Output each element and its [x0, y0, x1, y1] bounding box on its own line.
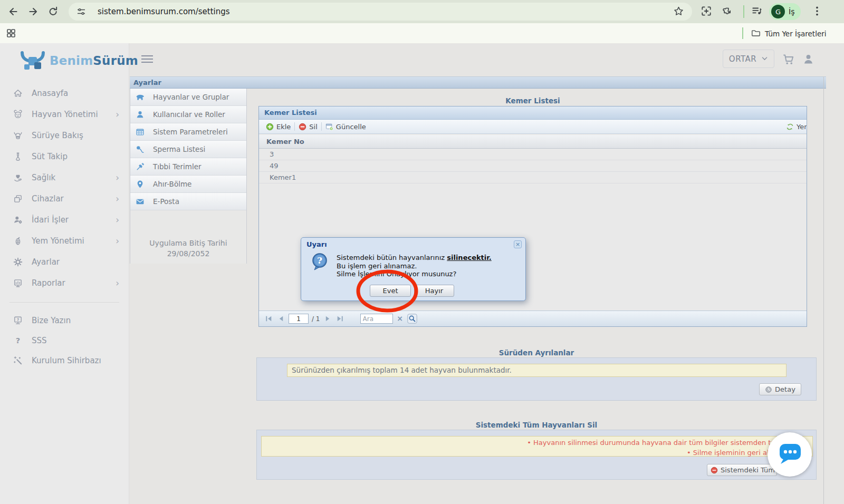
gear-icon [13, 257, 23, 267]
no-button[interactable]: Hayır [414, 285, 454, 297]
first-page-icon[interactable] [264, 314, 273, 323]
table-row[interactable]: 49 [259, 160, 807, 172]
sidebar-divider [9, 302, 119, 303]
site-settings-icon[interactable] [76, 7, 86, 16]
sidebar-item-yem-yonetimi[interactable]: Yem Yönetimi› [0, 230, 129, 251]
sidebar-item-idari-isler[interactable]: İdari İşler› [0, 209, 129, 230]
back-icon[interactable] [7, 6, 19, 17]
settings-submenu: Hayvanlar ve Gruplar Kullanıcılar ve Rol… [130, 89, 247, 264]
settings-item-ahir-bolme[interactable]: Ahır-Bölme [130, 176, 246, 193]
settings-item-sperma-listesi[interactable]: Sperma Listesi [130, 141, 246, 158]
delete-all-panel: • Hayvanın silinmesi durumunda hayvana d… [256, 430, 817, 480]
departed-section-title: Sürüden Ayrılanlar [256, 348, 817, 357]
sidebar-item-saglik[interactable]: Sağlık› [0, 167, 129, 188]
emphasis-text: silinecektir. [447, 254, 492, 261]
screenshot-icon[interactable] [701, 5, 712, 17]
departed-panel: Sürünüzden çıkarılmış toplam 14 adet hay… [256, 357, 817, 401]
bull-logo-icon [18, 47, 49, 72]
departed-message: Sürünüzden çıkarılmış toplam 14 adet hay… [287, 364, 787, 377]
bookmark-star-icon[interactable] [673, 6, 684, 17]
pagination-bar: / 1 × [259, 311, 807, 326]
sidebar-item-bize-yazin[interactable]: ?Bize Yazın [0, 311, 129, 331]
settings-item-kullanicilar-ve-roller[interactable]: Kullanıcılar ve Roller [130, 106, 246, 123]
delete-minus-icon [711, 467, 718, 474]
sidebar-item-kurulum-sihirbazi[interactable]: Kurulum Sihirbazı [0, 351, 129, 371]
clear-search-icon[interactable]: × [396, 315, 404, 323]
delete-minus-icon [299, 123, 306, 131]
all-bookmarks-button[interactable]: Tüm Yer İşaretleri [765, 30, 827, 38]
logo-text-1: Benim [50, 54, 93, 67]
update-button[interactable]: Güncelle [322, 121, 370, 132]
sidebar-item-hayvan-yonetimi[interactable]: Hayvan Yönetimi› [0, 104, 129, 125]
dialog-close-icon[interactable]: × [514, 240, 522, 248]
chat-widget-button[interactable] [768, 432, 812, 477]
forward-icon[interactable] [27, 6, 39, 17]
settings-item-tibbi-terimler[interactable]: Tıbbi Terimler [130, 158, 246, 176]
write-us-icon: ? [13, 316, 23, 325]
settings-item-hayvanlar-ve-gruplar[interactable]: Hayvanlar ve Gruplar [130, 89, 246, 106]
toolbar-separator [743, 5, 744, 18]
folder-icon [751, 28, 761, 38]
dialog-title: Uyarı [306, 240, 327, 248]
settings-item-e-posta[interactable]: E-Posta [130, 193, 246, 210]
app-expiry: Uygulama Bitiş Tarihi 29/08/2052 [130, 238, 246, 259]
menu-dots-icon[interactable] [811, 5, 823, 17]
address-bar[interactable]: sistem.benimsurum.com/settings [69, 3, 692, 21]
next-page-icon[interactable] [323, 314, 332, 323]
sidebar-item-sss[interactable]: ?SSS [0, 331, 129, 351]
question-bubble-icon: ? [311, 253, 330, 273]
prev-page-icon[interactable] [276, 314, 285, 323]
kemer-section-title: Kemer Listesi [258, 96, 807, 105]
user-icon[interactable] [802, 53, 814, 65]
sidebar-item-suruye-bakis[interactable]: Sürüye Bakış [0, 125, 129, 146]
kemer-toolbar: Ekle Sil Güncelle Yeni [259, 120, 807, 134]
sidebar-item-ayarlar[interactable]: Ayarlar [0, 251, 129, 273]
kemer-panel-title: Kemer Listesi [259, 106, 807, 120]
extensions-puzzle-icon[interactable] [721, 5, 732, 17]
menu-toggle-button[interactable] [141, 55, 153, 64]
url-text[interactable]: sistem.benimsurum.com/settings [98, 7, 230, 16]
cart-icon[interactable] [782, 53, 794, 65]
feed-icon [13, 236, 23, 246]
chevron-right-icon: › [116, 237, 119, 246]
playlist-icon[interactable] [751, 5, 763, 17]
detail-button[interactable]: Detay [759, 383, 801, 395]
delete-all-animals-button[interactable]: Sistemdeki Tüm Hay [707, 464, 777, 476]
apps-grid-icon[interactable] [6, 28, 16, 38]
browser-toolbar: sistem.benimsurum.com/settings G İş [0, 0, 844, 23]
sidebar-item-sut-takip[interactable]: Süt Takip [0, 146, 129, 167]
app-logo[interactable]: BenimSürüm [18, 47, 138, 72]
sidebar-item-raporlar[interactable]: Raporlar› [0, 273, 129, 294]
table-row[interactable]: Kemer1 [259, 172, 807, 183]
avatar[interactable]: G [771, 5, 785, 18]
warning-line-1: • Hayvanın silinmesi durumunda hayvana d… [262, 438, 812, 448]
devices-icon [13, 194, 23, 203]
expiry-label: Uygulama Bitiş Tarihi [130, 238, 246, 248]
search-icon[interactable] [407, 314, 417, 324]
delete-button[interactable]: Sil [295, 121, 321, 132]
page-scrollbar[interactable] [823, 76, 824, 504]
chevron-right-icon: › [116, 216, 119, 225]
yes-button[interactable]: Evet [370, 285, 411, 297]
admin-user-icon [13, 215, 23, 225]
refresh-button[interactable]: Yeni [786, 123, 807, 131]
page-number-input[interactable] [289, 314, 309, 324]
map-pin-icon [136, 180, 145, 189]
last-page-icon[interactable] [335, 314, 344, 323]
column-header-kemer-no[interactable]: Kemer No [259, 135, 807, 149]
health-icon [13, 173, 23, 182]
reload-icon[interactable] [47, 6, 59, 17]
sidebar-item-anasayfa[interactable]: Anasayfa [0, 83, 129, 104]
screen: sistem.benimsurum.com/settings G İş Tüm … [0, 0, 844, 504]
settings-item-sistem-parametreleri[interactable]: Sistem Parametreleri [130, 123, 246, 141]
org-selector-button[interactable]: ORTAR [723, 50, 774, 68]
cow-icon [13, 131, 23, 140]
profile-chip[interactable]: G İş [769, 3, 801, 20]
search-input[interactable] [360, 314, 393, 324]
cow-icon [136, 93, 145, 102]
chevron-right-icon: › [116, 173, 119, 182]
page-count: / 1 [312, 315, 320, 323]
sidebar-item-cihazlar[interactable]: Cihazlar› [0, 188, 129, 209]
table-row[interactable]: 3 [259, 149, 807, 160]
add-button[interactable]: Ekle [262, 121, 294, 132]
